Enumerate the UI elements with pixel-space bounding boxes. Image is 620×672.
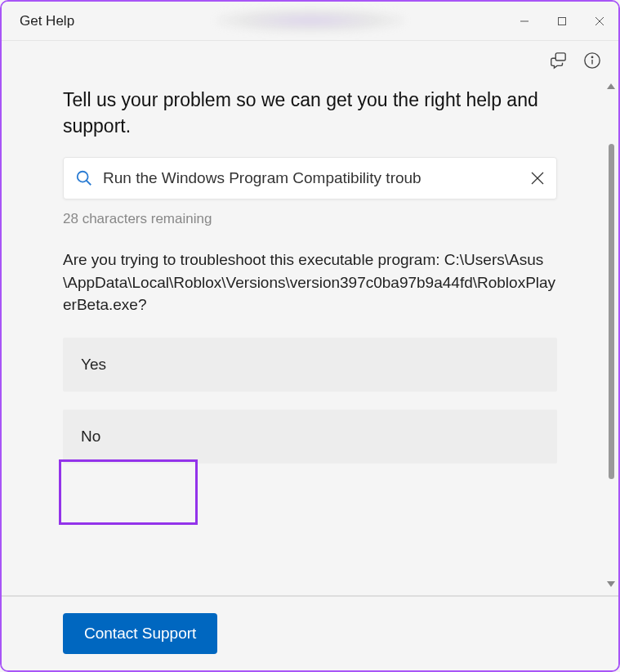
svg-rect-1 (559, 17, 566, 25)
scroll-thumb[interactable] (609, 144, 614, 479)
svg-point-6 (591, 56, 592, 57)
feedback-button[interactable] (546, 49, 569, 72)
contact-support-button[interactable]: Contact Support (63, 613, 217, 654)
search-input[interactable] (103, 169, 524, 187)
svg-rect-4 (555, 53, 565, 60)
scroll-down-icon[interactable] (607, 581, 615, 587)
minimize-button[interactable] (506, 2, 543, 40)
svg-line-9 (87, 181, 91, 186)
content-area: Tell us your problem so we can get you t… (2, 80, 618, 595)
feedback-icon (549, 52, 567, 69)
window-controls (506, 2, 618, 40)
footer: Contact Support (2, 595, 618, 670)
no-button[interactable]: No (63, 410, 557, 464)
scroll-up-icon[interactable] (607, 83, 615, 89)
x-icon (530, 171, 545, 186)
search-icon (75, 169, 93, 187)
troubleshoot-question: Are you trying to troubleshoot this exec… (63, 249, 557, 316)
search-box[interactable] (63, 157, 557, 199)
maximize-button[interactable] (543, 2, 581, 40)
char-remaining: 28 characters remaining (63, 211, 557, 227)
toolbar (2, 41, 618, 80)
titlebar: Get Help (2, 2, 618, 41)
svg-point-8 (78, 172, 88, 182)
scrollbar[interactable] (605, 80, 617, 595)
window-title: Get Help (20, 13, 74, 29)
info-button[interactable] (581, 49, 604, 72)
minimize-icon (520, 16, 529, 26)
clear-search-button[interactable] (530, 171, 545, 186)
info-icon (583, 52, 601, 69)
yes-button[interactable]: Yes (63, 338, 557, 392)
prompt-heading: Tell us your problem so we can get you t… (63, 87, 557, 139)
close-icon (595, 16, 604, 26)
maximize-icon (557, 16, 567, 26)
titlebar-blur (216, 8, 404, 33)
content-wrapper: Tell us your problem so we can get you t… (2, 80, 618, 595)
close-button[interactable] (581, 2, 618, 40)
